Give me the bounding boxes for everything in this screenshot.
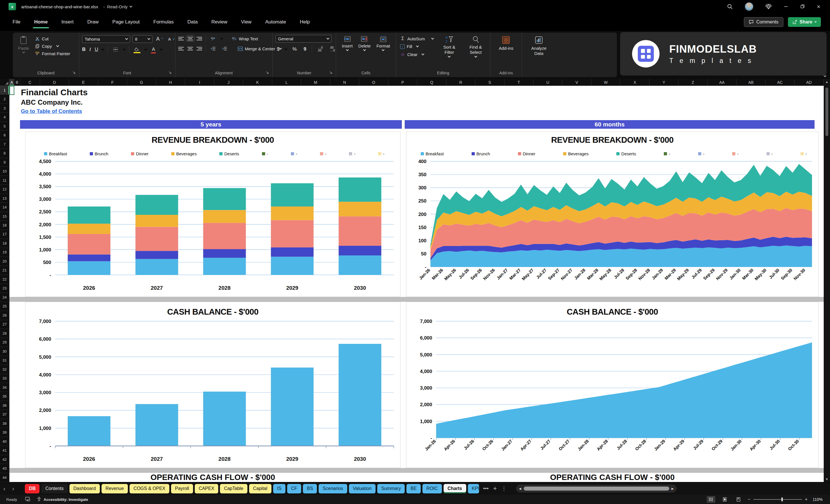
more-sheets-button[interactable]: ••• xyxy=(483,486,488,492)
column-header-A[interactable]: A xyxy=(9,79,14,86)
row-header-40[interactable]: 40 xyxy=(0,437,9,446)
minimize-button[interactable] xyxy=(784,4,788,9)
row-header-20[interactable]: 20 xyxy=(0,257,9,266)
column-header-J[interactable]: J xyxy=(214,79,243,86)
sheet-tab-kpi[interactable]: KPI xyxy=(468,484,479,494)
wrap-text-button[interactable]: abWrap Text xyxy=(230,35,259,42)
row-header-12[interactable]: 12 xyxy=(0,185,9,194)
table-of-contents-link[interactable]: Go to Table of Contents xyxy=(21,108,82,115)
row-header-13[interactable]: 13 xyxy=(0,194,9,203)
row-header-4[interactable]: 4 xyxy=(0,113,9,122)
fill-color-button[interactable] xyxy=(133,46,141,53)
menu-tab-file[interactable]: File xyxy=(12,18,21,27)
row-header-31[interactable]: 31 xyxy=(0,356,9,365)
font-name-select[interactable]: Tahoma xyxy=(82,35,130,43)
row-header-29[interactable]: 29 xyxy=(0,338,9,347)
row-header-42[interactable]: 42 xyxy=(0,455,9,464)
currency-format-button[interactable]: $ xyxy=(276,45,281,53)
scroll-up-icon[interactable]: ▲ xyxy=(825,79,829,85)
tab-scroll-left-icon[interactable]: ‹ xyxy=(3,485,5,492)
menu-tab-view[interactable]: View xyxy=(241,18,252,27)
row-header-43[interactable]: 43 xyxy=(0,464,9,473)
sort-filter-button[interactable]: AZ Sort & Filter xyxy=(439,35,460,58)
read-only-badge[interactable]: Read-Only xyxy=(107,4,132,9)
vertical-scroll-thumb[interactable] xyxy=(825,88,828,136)
decrease-font-button[interactable]: Av xyxy=(167,35,176,43)
row-header-22[interactable]: 22 xyxy=(0,275,9,284)
font-size-select[interactable]: 8 xyxy=(132,35,153,43)
zoom-in-icon[interactable]: + xyxy=(805,497,807,502)
sheet-tab-contents[interactable]: Contents xyxy=(41,484,67,494)
tab-options-icon[interactable]: ⋮ xyxy=(501,485,507,492)
menu-tab-review[interactable]: Review xyxy=(211,18,228,27)
sheet-tab-scenarios[interactable]: Scenarios xyxy=(319,484,347,494)
row-headers[interactable]: 1234567891011121314151617181920212223242… xyxy=(0,86,9,482)
column-header-C[interactable]: C xyxy=(20,79,40,86)
sheet-tab-roic[interactable]: ROIC xyxy=(422,484,442,494)
column-header-E[interactable]: E xyxy=(69,79,98,86)
row-header-11[interactable]: 11 xyxy=(0,176,9,185)
row-header-32[interactable]: 32 xyxy=(0,365,9,374)
row-header-25[interactable]: 25 xyxy=(0,302,9,311)
row-header-34[interactable]: 34 xyxy=(0,383,9,392)
sheet-tab-capex[interactable]: CAPEX xyxy=(195,484,218,494)
row-header-30[interactable]: 30 xyxy=(0,347,9,356)
row-header-19[interactable]: 19 xyxy=(0,248,9,257)
delete-cells-button[interactable]: Delete xyxy=(356,35,373,52)
menu-tab-home[interactable]: Home xyxy=(33,18,48,27)
row-header-9[interactable]: 9 xyxy=(0,158,9,167)
comments-button[interactable]: Comments xyxy=(744,17,783,27)
row-header-23[interactable]: 23 xyxy=(0,284,9,293)
column-header-M[interactable]: M xyxy=(301,79,330,86)
user-avatar[interactable] xyxy=(745,2,753,11)
menu-tab-data[interactable]: Data xyxy=(187,18,198,27)
percent-format-button[interactable]: % xyxy=(291,45,298,53)
align-middle-button[interactable] xyxy=(187,37,193,40)
orientation-button[interactable]: ab xyxy=(210,35,217,42)
row-header-28[interactable]: 28 xyxy=(0,329,9,338)
align-center-button[interactable] xyxy=(187,47,193,50)
column-header-G[interactable]: G xyxy=(127,79,156,86)
column-header-H[interactable]: H xyxy=(156,79,185,86)
font-dialog-launcher[interactable] xyxy=(169,70,171,75)
column-header-L[interactable]: L xyxy=(272,79,301,86)
column-header-AA[interactable]: AA xyxy=(708,79,736,86)
sheet-tab-captable[interactable]: CapTable xyxy=(220,484,247,494)
page-layout-view-button[interactable] xyxy=(721,496,729,503)
analyze-data-button[interactable]: Analyze Data xyxy=(525,35,553,57)
collapse-ribbon-icon[interactable] xyxy=(824,74,827,77)
find-select-button[interactable]: Find & Select xyxy=(464,35,487,58)
gem-icon[interactable] xyxy=(765,4,772,9)
column-header-AB[interactable]: AB xyxy=(736,79,765,86)
decrease-decimal-button[interactable]: .00 →.0 xyxy=(328,45,336,53)
align-bottom-button[interactable] xyxy=(196,37,202,40)
sheet-tab-dashboard[interactable]: Dashboard xyxy=(69,484,100,494)
column-header-B[interactable]: B xyxy=(14,79,20,86)
sheet-tab-revenue[interactable]: Revenue xyxy=(101,484,128,494)
row-header-26[interactable]: 26 xyxy=(0,311,9,320)
sheet-tab-valuation[interactable]: Valuation xyxy=(349,484,376,494)
align-top-button[interactable] xyxy=(178,37,184,40)
sheet-tab-payroll[interactable]: Payroll xyxy=(171,484,193,494)
chevron-down-icon[interactable] xyxy=(101,48,104,50)
row-header-36[interactable]: 36 xyxy=(0,401,9,410)
row-header-15[interactable]: 15 xyxy=(0,212,9,221)
row-header-8[interactable]: 8 xyxy=(0,149,9,158)
align-left-button[interactable] xyxy=(178,47,184,50)
comma-format-button[interactable]: 9 xyxy=(302,45,308,53)
sheet-tab-charts[interactable]: Charts xyxy=(444,484,466,494)
paste-button[interactable]: Paste xyxy=(16,35,31,54)
chevron-down-icon[interactable] xyxy=(123,48,126,50)
addins-button[interactable]: Add-ins xyxy=(497,35,516,52)
chevron-down-icon[interactable] xyxy=(145,48,147,50)
column-header-D[interactable]: D xyxy=(40,79,69,86)
menu-tab-insert[interactable]: Insert xyxy=(61,18,74,27)
row-header-2[interactable]: 2 xyxy=(0,95,9,103)
row-header-41[interactable]: 41 xyxy=(0,446,9,455)
menu-tab-automate[interactable]: Automate xyxy=(264,18,287,27)
column-header-S[interactable]: S xyxy=(475,79,504,86)
new-sheet-button[interactable]: + xyxy=(493,485,497,492)
row-header-14[interactable]: 14 xyxy=(0,203,9,212)
menu-tab-page-layout[interactable]: Page Layout xyxy=(112,18,140,27)
sheet-tab-be[interactable]: BE xyxy=(407,484,420,494)
